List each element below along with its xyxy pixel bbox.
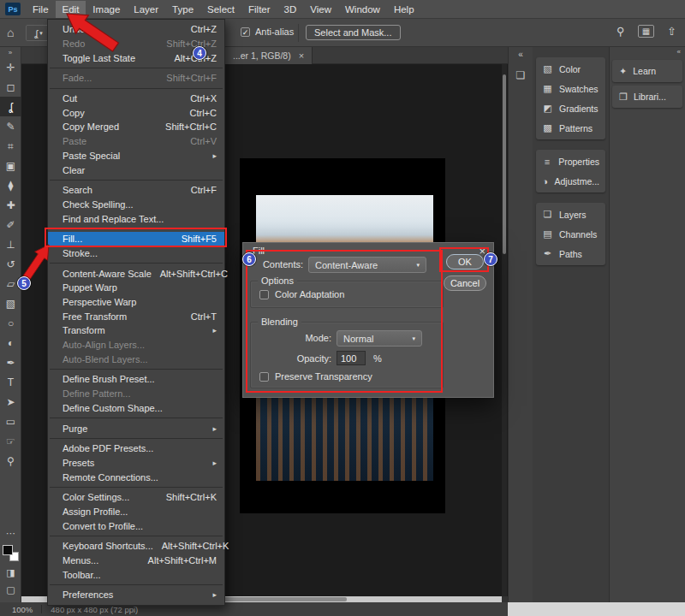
color-adaptation-option[interactable]: Color Adaptation [259, 289, 344, 299]
foreground-background-colors[interactable] [3, 545, 19, 561]
share-icon[interactable]: ⇧ [667, 25, 676, 38]
shape-tool[interactable]: ▭ [0, 412, 21, 431]
menu-item-adobe-pdf-presets[interactable]: Adobe PDF Presets... [48, 441, 224, 456]
panel-channels[interactable]: ▤ Channels [536, 224, 605, 244]
menu-item-cut[interactable]: Cut Ctrl+X [48, 92, 224, 106]
workspace-switcher-icon[interactable]: ▦ [638, 25, 654, 38]
menu-view[interactable]: View [303, 1, 338, 18]
menu-type[interactable]: Type [165, 1, 200, 18]
blur-tool[interactable]: ○ [0, 313, 21, 333]
menu-item-free-transform[interactable]: Free Transform Ctrl+T [48, 309, 224, 323]
hand-tool[interactable]: ☞ [0, 431, 21, 451]
menu-item-menus[interactable]: Menus... Alt+Shift+Ctrl+M [48, 554, 224, 568]
home-icon[interactable]: ⌂ [7, 26, 14, 39]
panel-learn[interactable]: ✦ Learn [612, 60, 682, 82]
panel-layers[interactable]: ❏ Layers [536, 204, 605, 224]
panel-paths[interactable]: ✒ Paths [536, 244, 605, 264]
search-icon[interactable]: ⚲ [616, 25, 625, 38]
menu-item-fill[interactable]: Fill... Shift+F5 [48, 232, 224, 246]
panel-properties[interactable]: ≡ Properties [536, 151, 605, 171]
menu-item-undo[interactable]: Undo Ctrl+Z [48, 22, 224, 37]
menu-item-assign-profile[interactable]: Assign Profile... [48, 505, 224, 519]
menu-item-paste[interactable]: Paste Ctrl+V [48, 134, 224, 149]
menu-item-auto-align-layers[interactable]: Auto-Align Layers... [48, 338, 224, 352]
preserve-transparency-option[interactable]: Preserve Transparency [259, 371, 372, 382]
mode-dropdown[interactable]: Normal ▾ [337, 330, 422, 346]
menu-item-transform[interactable]: Transform ▸ [48, 323, 224, 338]
quick-mask-icon[interactable]: ◨ [6, 567, 15, 578]
preserve-transparency-checkbox[interactable] [259, 372, 269, 382]
menu-window[interactable]: Window [338, 1, 387, 18]
pen-tool[interactable]: ✒ [0, 352, 21, 372]
healing-brush-tool[interactable]: ✚ [0, 195, 21, 215]
menu-item-presets[interactable]: Presets ▸ [48, 456, 224, 471]
menu-item-copy-merged[interactable]: Copy Merged Shift+Ctrl+C [48, 120, 224, 134]
panel-patterns[interactable]: ▩ Patterns [536, 118, 605, 138]
vertical-scrollbar[interactable] [502, 64, 507, 596]
menu-item-color-settings[interactable]: Color Settings... Shift+Ctrl+K [48, 490, 224, 505]
menu-image[interactable]: Image [86, 1, 127, 18]
menu-layer[interactable]: Layer [127, 1, 165, 18]
menu-item-convert-to-profile[interactable]: Convert to Profile... [48, 518, 224, 533]
menu-item-define-brush-preset[interactable]: Define Brush Preset... [48, 372, 224, 387]
opacity-input[interactable] [337, 351, 366, 365]
document-info[interactable]: 480 px x 480 px (72 ppi) [51, 605, 138, 614]
vertical-scrollbar-thumb[interactable] [503, 74, 506, 254]
menu-item-fade[interactable]: Fade... Shift+Ctrl+F [48, 71, 224, 86]
crop-tool[interactable]: ⌗ [0, 136, 21, 156]
gradient-tool[interactable]: ▧ [0, 293, 21, 313]
type-tool[interactable]: T [0, 372, 21, 392]
panel-color[interactable]: ▧ Color [536, 59, 605, 79]
menu-select[interactable]: Select [200, 1, 241, 18]
menu-item-toolbar[interactable]: Toolbar... [48, 567, 224, 582]
eyedropper-tool[interactable]: ⧫ [0, 175, 21, 195]
menu-item-copy[interactable]: Copy Ctrl+C [48, 105, 224, 120]
document-tab[interactable]: ...er 1, RGB/8) × [225, 47, 313, 64]
toolbar-expand-icon[interactable]: » [0, 47, 21, 57]
brush-tool[interactable]: ✐ [0, 215, 21, 234]
contents-dropdown[interactable]: Content-Aware ▾ [308, 257, 426, 273]
marquee-tool[interactable]: ◻ [0, 77, 21, 97]
close-tab-icon[interactable]: × [299, 50, 304, 61]
menu-file[interactable]: File [26, 1, 56, 18]
menu-item-purge[interactable]: Purge ▸ [48, 421, 224, 435]
select-and-mask-button[interactable]: Select and Mask... [306, 25, 401, 40]
lasso-tool[interactable]: ʆ [0, 97, 21, 116]
menu-item-auto-blend-layers[interactable]: Auto-Blend Layers... [48, 352, 224, 366]
menu-item-remote-connections[interactable]: Remote Connections... [48, 470, 224, 484]
menu-item-perspective-warp[interactable]: Perspective Warp [48, 295, 224, 310]
edit-toolbar-icon[interactable]: ⋯ [6, 528, 15, 539]
move-tool[interactable]: ✛ [0, 57, 21, 77]
menu-item-search[interactable]: Search Ctrl+F [48, 183, 224, 198]
quick-selection-tool[interactable]: ✎ [0, 116, 21, 136]
zoom-tool[interactable]: ⚲ [0, 451, 21, 471]
frame-tool[interactable]: ▣ [0, 156, 21, 175]
menu-item-paste-special[interactable]: Paste Special ▸ [48, 149, 224, 163]
menu-item-clear[interactable]: Clear [48, 163, 224, 177]
anti-alias-checkbox[interactable]: ✓ [241, 27, 250, 37]
horizontal-scrollbar-thumb[interactable] [210, 597, 347, 601]
menu-item-find-replace[interactable]: Find and Replace Text... [48, 211, 224, 226]
zoom-level[interactable]: 100% [12, 605, 33, 614]
path-selection-tool[interactable]: ➤ [0, 392, 21, 412]
screen-mode-icon[interactable]: ▢ [6, 584, 15, 595]
collapsed-panel-icon[interactable]: ❏ [509, 69, 533, 81]
menu-item-stroke[interactable]: Stroke... [48, 246, 224, 261]
cancel-button[interactable]: Cancel [444, 275, 486, 291]
menu-item-puppet-warp[interactable]: Puppet Warp [48, 281, 224, 295]
clone-stamp-tool[interactable]: ⊥ [0, 234, 21, 254]
panel-adjustments[interactable]: ◑ Adjustme... [536, 171, 605, 191]
menu-filter[interactable]: Filter [241, 1, 277, 18]
menu-item-check-spelling[interactable]: Check Spelling... [48, 198, 224, 212]
menu-item-content-aware-scale[interactable]: Content-Aware Scale Alt+Shift+Ctrl+C [48, 266, 224, 281]
menu-item-preferences[interactable]: Preferences ▸ [48, 588, 224, 602]
history-brush-tool[interactable]: ↺ [0, 254, 21, 274]
panel-swatches[interactable]: ▦ Swatches [536, 79, 605, 98]
panel-gradients[interactable]: ◩ Gradients [536, 98, 605, 118]
menu-3d[interactable]: 3D [277, 1, 304, 18]
anti-alias-option[interactable]: ✓ Anti-alias [241, 27, 294, 37]
menu-help[interactable]: Help [387, 1, 421, 18]
menu-item-keyboard-shortcuts[interactable]: Keyboard Shortcuts... Alt+Shift+Ctrl+K [48, 539, 224, 554]
color-adaptation-checkbox[interactable] [259, 290, 269, 299]
menu-item-define-pattern[interactable]: Define Pattern... [48, 387, 224, 401]
